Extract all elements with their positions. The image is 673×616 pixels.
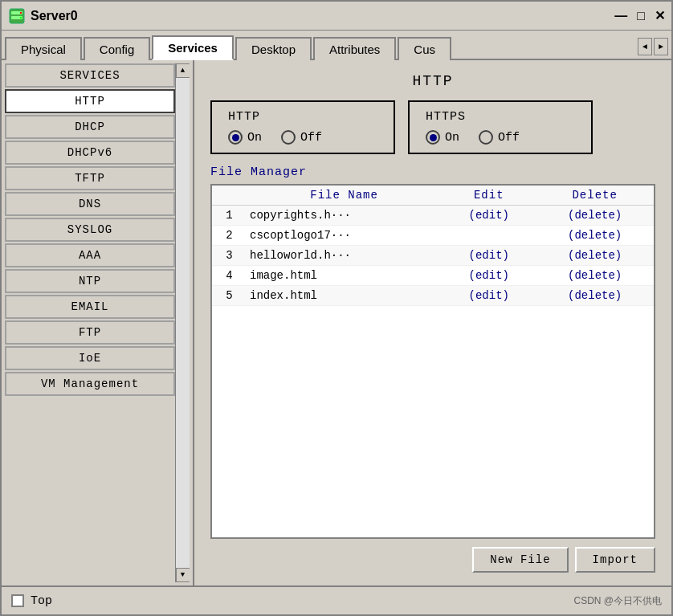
file-delete[interactable]: (delete) <box>536 226 654 246</box>
col-edit: Edit <box>442 186 536 206</box>
http-on-radio[interactable] <box>228 130 243 145</box>
sidebar-item-ioe[interactable]: IoE <box>5 346 175 370</box>
file-num: 4 <box>212 266 247 286</box>
sidebar-item-http[interactable]: HTTP <box>5 89 175 113</box>
main-window: Server0 — □ ✕ Physical Config Services D… <box>0 0 673 616</box>
https-on-label: On <box>445 131 459 145</box>
sidebar-item-ftp[interactable]: FTP <box>5 320 175 345</box>
import-button[interactable]: Import <box>575 547 655 573</box>
sidebar-item-dhcpv6[interactable]: DHCPv6 <box>5 141 175 165</box>
file-name: cscoptlogo17··· <box>247 226 442 246</box>
file-name: helloworld.h··· <box>247 246 442 266</box>
file-table: File Name Edit Delete 1 copyrights.h··· … <box>212 186 654 306</box>
https-off-label: Off <box>498 131 520 145</box>
tab-services[interactable]: Services <box>152 35 234 60</box>
status-left: Top <box>11 594 52 608</box>
window-title: Server0 <box>31 9 78 23</box>
file-name: index.html <box>247 286 442 306</box>
http-on-option[interactable]: On <box>228 130 262 145</box>
sidebar: SERVICES HTTP DHCP DHCPv6 TFTP DNS SYSLO… <box>2 60 194 585</box>
title-left: Server0 <box>8 7 78 25</box>
app-icon <box>8 7 26 25</box>
top-label: Top <box>31 594 52 608</box>
http-on-label: On <box>247 131 262 145</box>
col-delete: Delete <box>536 186 654 206</box>
https-on-option[interactable]: On <box>426 130 459 145</box>
sidebar-item-vm[interactable]: VM Management <box>5 372 175 396</box>
scroll-track[interactable] <box>176 78 190 568</box>
sidebar-item-ntp[interactable]: NTP <box>5 269 175 293</box>
tab-nav: ◄ ► <box>638 38 668 59</box>
file-num: 3 <box>212 246 247 266</box>
tab-desktop[interactable]: Desktop <box>235 37 312 60</box>
file-manager-label: File Manager <box>210 165 655 179</box>
file-manager-area: File Manager File Name Edit Delete <box>210 165 655 573</box>
sidebar-wrapper: SERVICES HTTP DHCP DHCPv6 TFTP DNS SYSLO… <box>5 63 190 582</box>
main-content: SERVICES HTTP DHCP DHCPv6 TFTP DNS SYSLO… <box>2 60 671 585</box>
file-edit[interactable]: (edit) <box>442 246 536 266</box>
table-row: 3 helloworld.h··· (edit) (delete) <box>212 246 654 266</box>
file-num: 2 <box>212 226 247 246</box>
title-bar: Server0 — □ ✕ <box>2 2 671 31</box>
http-toggle-group: HTTP On Off <box>210 100 395 154</box>
https-label: HTTPS <box>426 110 575 124</box>
tab-attributes[interactable]: Attributes <box>313 37 396 60</box>
tab-bar: Physical Config Services Desktop Attribu… <box>2 31 671 60</box>
file-edit <box>442 226 536 246</box>
http-radio-row: On Off <box>228 130 377 145</box>
new-file-button[interactable]: New File <box>472 547 568 573</box>
https-off-radio[interactable] <box>479 130 493 145</box>
file-num: 1 <box>212 206 247 226</box>
toggles-row: HTTP On Off HTTPS <box>210 100 655 154</box>
file-delete[interactable]: (delete) <box>536 206 654 226</box>
file-name: copyrights.h··· <box>247 206 442 226</box>
minimize-button[interactable]: — <box>614 9 627 23</box>
http-off-label: Off <box>300 131 322 145</box>
sidebar-item-dhcp[interactable]: DHCP <box>5 115 175 139</box>
sidebar-item-dns[interactable]: DNS <box>5 192 175 216</box>
sidebar-item-email[interactable]: EMAIL <box>5 295 175 319</box>
http-off-radio[interactable] <box>281 130 296 145</box>
file-table-header: File Name Edit Delete <box>212 186 654 206</box>
svg-point-4 <box>20 16 22 18</box>
table-row: 5 index.html (edit) (delete) <box>212 286 654 306</box>
file-num: 5 <box>212 286 247 306</box>
http-off-option[interactable]: Off <box>281 130 322 145</box>
tab-cus[interactable]: Cus <box>398 37 451 60</box>
tab-nav-left[interactable]: ◄ <box>638 38 652 55</box>
bottom-buttons: New File Import <box>210 547 655 573</box>
close-button[interactable]: ✕ <box>655 8 665 23</box>
maximize-button[interactable]: □ <box>637 9 645 23</box>
sidebar-item-syslog[interactable]: SYSLOG <box>5 218 175 242</box>
sidebar-item-tftp[interactable]: TFTP <box>5 166 175 190</box>
scroll-down-button[interactable]: ▼ <box>176 568 190 582</box>
file-delete[interactable]: (delete) <box>536 286 654 306</box>
watermark: CSDN @今日不供电 <box>573 594 662 608</box>
scroll-up-button[interactable]: ▲ <box>176 63 190 78</box>
tab-config[interactable]: Config <box>84 37 150 60</box>
http-label: HTTP <box>228 110 377 124</box>
file-edit[interactable]: (edit) <box>442 266 536 286</box>
window-controls: — □ ✕ <box>614 8 665 23</box>
svg-point-3 <box>20 11 22 13</box>
file-name: image.html <box>247 266 442 286</box>
tab-physical[interactable]: Physical <box>5 37 82 60</box>
sidebar-scroll: SERVICES HTTP DHCP DHCPv6 TFTP DNS SYSLO… <box>5 63 175 582</box>
file-delete[interactable]: (delete) <box>536 266 654 286</box>
table-row: 4 image.html (edit) (delete) <box>212 266 654 286</box>
https-toggle-group: HTTPS On Off <box>408 100 593 154</box>
https-on-radio[interactable] <box>426 130 440 145</box>
status-bar: Top CSDN @今日不供电 <box>2 585 671 614</box>
https-off-option[interactable]: Off <box>479 130 520 145</box>
top-checkbox[interactable] <box>11 594 24 607</box>
https-radio-row: On Off <box>426 130 575 145</box>
file-edit[interactable]: (edit) <box>442 206 536 226</box>
sidebar-item-aaa[interactable]: AAA <box>5 243 175 267</box>
col-num <box>212 186 247 206</box>
tab-nav-right-btn[interactable]: ► <box>654 38 668 55</box>
table-row: 2 cscoptlogo17··· (delete) <box>212 226 654 246</box>
sidebar-item-services[interactable]: SERVICES <box>5 63 175 88</box>
file-edit[interactable]: (edit) <box>442 286 536 306</box>
col-filename: File Name <box>247 186 442 206</box>
file-delete[interactable]: (delete) <box>536 246 654 266</box>
